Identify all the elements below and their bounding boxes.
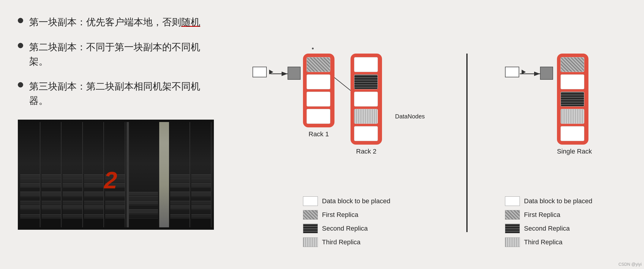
server-icon-right (540, 67, 553, 80)
bullet-text-3: 第三块副本：第二块副本相同机架不同机器。 (29, 79, 208, 108)
rack2-slot1 (354, 57, 378, 72)
legend-item-3-right: Second Replica (505, 224, 592, 233)
bullet-item-1: 第一块副本：优先客户端本地，否则随机 (18, 15, 208, 29)
legend-text-4-right: Third Replica (524, 238, 563, 246)
single-rack-container (557, 54, 588, 145)
rack2-slot2-second-replica (354, 74, 378, 89)
bullet-text-2: 第二块副本：不同于第一块副本的不同机架。 (29, 40, 208, 68)
legend-text-3-left: Second Replica (322, 225, 368, 232)
rack2: Rack 2 (351, 54, 382, 155)
client-box-left (252, 67, 267, 77)
rack1-container (303, 54, 334, 127)
legend-swatch-empty-left (303, 196, 318, 206)
legend-swatch-first-right (505, 210, 520, 220)
rack2-slot4-third-replica (354, 109, 378, 124)
rack1-slot1-first-replica (307, 57, 330, 72)
legend-item-4-right: Third Replica (505, 237, 592, 247)
right-panel: Rack 1 Rack 2 DataNodes Data block to be… (244, 0, 644, 269)
single-rack-slot4-third-replica (561, 109, 584, 124)
legend-swatch-empty-right (505, 196, 520, 206)
legend-swatch-second-right (505, 224, 520, 233)
single-rack-label: Single Rack (557, 148, 592, 155)
server-icon-left (288, 67, 301, 80)
rack2-label: Rack 2 (351, 148, 382, 155)
legend-item-2-left: First Replica (303, 210, 390, 220)
red-number-overlay: 2 (104, 167, 117, 194)
client-node-right (505, 67, 526, 77)
watermark: CSDN @yiyi (618, 262, 642, 267)
rack1-label: Rack 1 (303, 130, 334, 138)
legend-item-4-left: Third Replica (303, 237, 390, 247)
single-rack: Single Rack (557, 54, 592, 155)
legend-swatch-third-right (505, 237, 520, 247)
left-panel: 第一块副本：优先客户端本地，否则随机 第二块副本：不同于第一块副本的不同机架。 … (0, 0, 226, 269)
bullet-list: 第一块副本：优先客户端本地，否则随机 第二块副本：不同于第一块副本的不同机架。 … (18, 15, 208, 108)
legend-swatch-third-left (303, 237, 318, 247)
bullet-dot-1 (18, 18, 23, 23)
bullet-dot-2 (18, 43, 23, 48)
rack2-slot3 (354, 92, 378, 107)
rack1-slot4 (307, 109, 330, 124)
legend-text-2-right: First Replica (524, 211, 560, 219)
single-rack-slot2 (561, 74, 584, 89)
bullet-text-1: 第一块副本：优先客户端本地，否则随机 (29, 15, 200, 29)
legend-item-3-left: Second Replica (303, 224, 390, 233)
legend-text-3-right: Second Replica (524, 225, 570, 232)
small-dot (312, 48, 314, 49)
rack2-slot5 (354, 126, 378, 141)
single-rack-slot1-first-replica (561, 57, 584, 72)
legend-text-1-left: Data block to be placed (322, 197, 390, 205)
bullet-item-2: 第二块副本：不同于第一块副本的不同机架。 (18, 40, 208, 68)
vertical-divider (466, 54, 468, 232)
legend-left: Data block to be placed First Replica Se… (303, 196, 390, 251)
legend-item-2-right: First Replica (505, 210, 592, 220)
legend-text-4-left: Third Replica (322, 238, 361, 246)
rack2-container (351, 54, 382, 145)
single-rack-slot3-second-replica (561, 92, 584, 107)
legend-swatch-first-left (303, 210, 318, 220)
rack1-slot2 (307, 74, 330, 89)
legend-right: Data block to be placed First Replica Se… (505, 196, 592, 251)
legend-text-2-left: First Replica (322, 211, 358, 219)
legend-swatch-second-left (303, 224, 318, 233)
datacenter-image: 2 (18, 120, 214, 230)
rack1-slot3 (307, 92, 330, 107)
datanodes-label: DataNodes (395, 113, 425, 120)
rack1: Rack 1 (303, 54, 334, 138)
bullet-dot-3 (18, 82, 23, 87)
client-box-right (505, 67, 519, 77)
legend-item-1-right: Data block to be placed (505, 196, 592, 206)
underline-text: 随机 (181, 17, 200, 27)
legend-text-1-right: Data block to be placed (524, 197, 592, 205)
bullet-item-3: 第三块副本：第二块副本相同机架不同机器。 (18, 79, 208, 108)
single-rack-slot5 (561, 126, 584, 141)
legend-item-1-left: Data block to be placed (303, 196, 390, 206)
client-node-left (252, 67, 273, 77)
